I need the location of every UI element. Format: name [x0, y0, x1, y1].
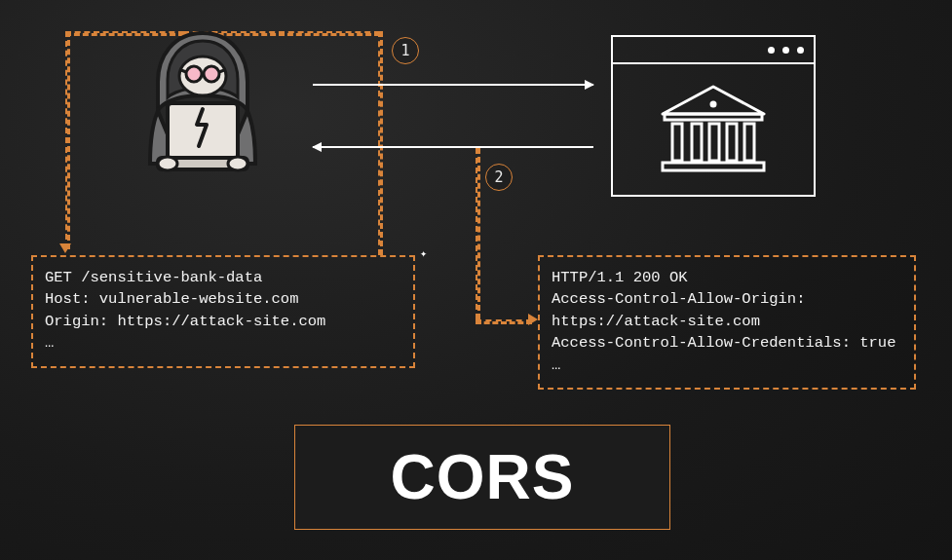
- svg-line-5: [219, 70, 224, 72]
- response-line-2: Access-Control-Allow-Origin:: [552, 290, 805, 308]
- connector-1-vertical: [65, 31, 70, 249]
- request-line-3: Origin: https://attack-site.com: [45, 313, 325, 330]
- diagram-title-box: CORS: [294, 425, 670, 530]
- window-dot-icon: [768, 47, 775, 54]
- connector-2-arrowhead-icon: [528, 314, 538, 325]
- diagram-title: CORS: [391, 441, 575, 513]
- svg-point-11: [710, 101, 717, 108]
- svg-line-4: [181, 70, 186, 72]
- svg-point-9: [228, 157, 248, 170]
- response-line-1: HTTP/1.1 200 OK: [552, 269, 688, 286]
- step-1-label: 1: [400, 42, 409, 59]
- http-response-box: HTTP/1.1 200 OK Access-Control-Allow-Ori…: [538, 255, 916, 390]
- svg-rect-17: [744, 124, 754, 161]
- svg-rect-14: [692, 124, 702, 161]
- step-1-badge: 1: [392, 37, 419, 64]
- response-line-5: …: [552, 356, 560, 374]
- bank-icon: [655, 81, 772, 178]
- request-line-4: …: [45, 334, 54, 352]
- request-line-1: GET /sensitive-bank-data: [45, 269, 262, 286]
- attacker-icon: [125, 27, 281, 178]
- step-2-badge: 2: [485, 164, 513, 191]
- response-line-3: https://attack-site.com: [552, 313, 760, 330]
- window-titlebar: [613, 37, 814, 64]
- connector-2-horizontal: [476, 319, 532, 324]
- svg-rect-18: [663, 163, 764, 170]
- svg-rect-16: [727, 124, 737, 161]
- window-dot-icon: [782, 47, 789, 54]
- connector-2-vertical: [476, 148, 480, 319]
- bank-server-window: [611, 35, 816, 197]
- step-2-label: 2: [494, 168, 503, 186]
- svg-rect-12: [665, 114, 762, 120]
- svg-rect-15: [709, 124, 719, 161]
- svg-marker-10: [663, 87, 764, 114]
- connector-1-arrowhead-icon: [59, 243, 71, 253]
- window-dot-icon: [797, 47, 804, 54]
- marker-icon: ✦: [420, 249, 430, 259]
- request-line-2: Host: vulnerable-website.com: [45, 290, 298, 308]
- request-arrow: [313, 84, 593, 86]
- svg-point-8: [158, 157, 177, 170]
- svg-rect-13: [672, 124, 682, 161]
- response-line-4: Access-Control-Allow-Credentials: true: [552, 334, 895, 352]
- http-request-box: GET /sensitive-bank-data Host: vulnerabl…: [31, 255, 415, 368]
- response-arrow: [313, 146, 593, 148]
- svg-point-1: [186, 66, 202, 82]
- svg-point-2: [204, 66, 219, 82]
- connector-right-dash: [378, 31, 383, 255]
